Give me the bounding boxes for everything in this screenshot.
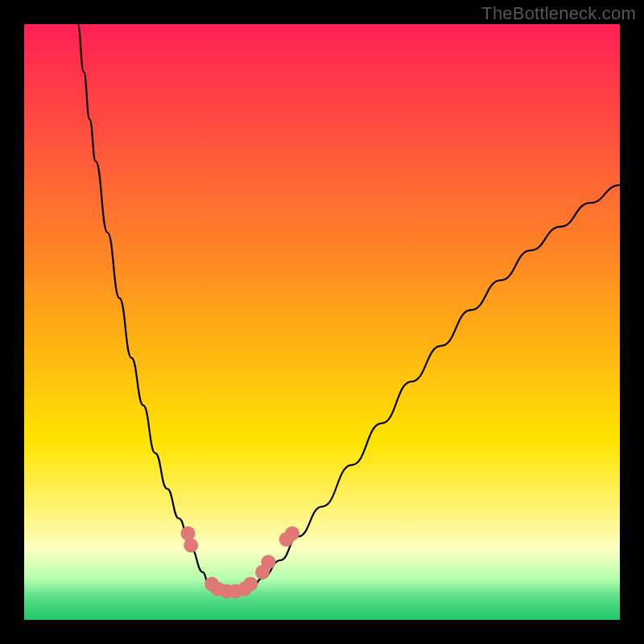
marker-dot <box>285 526 299 541</box>
plot-area <box>24 24 620 620</box>
marker-dot <box>243 577 258 592</box>
gradient-background <box>24 24 620 620</box>
chart-frame: TheBottleneck.com <box>0 0 644 644</box>
plot-svg <box>24 24 620 620</box>
watermark-text: TheBottleneck.com <box>481 3 636 24</box>
marker-dot <box>261 555 275 569</box>
marker-dot <box>184 539 198 553</box>
